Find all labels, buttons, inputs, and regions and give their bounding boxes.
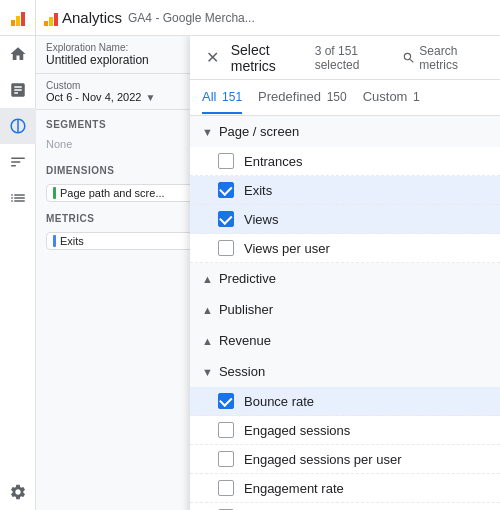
left-sidebar	[0, 0, 36, 510]
metric-views[interactable]: Views	[190, 205, 500, 234]
dimensions-label: DIMENSIONS	[46, 165, 114, 176]
close-button[interactable]: ✕	[202, 46, 223, 70]
overlay-header: ✕ Select metrics 3 of 151 selected Searc…	[190, 36, 500, 80]
metrics-label: METRICS	[46, 213, 95, 224]
metric-name-entrances: Entrances	[244, 154, 303, 169]
engaged-sessions-per-user-checkbox[interactable]	[218, 451, 234, 467]
search-label: Search metrics	[419, 44, 488, 72]
sidebar-settings-icon[interactable]	[0, 474, 36, 510]
selected-count: 3 of 151 selected	[315, 44, 394, 72]
metric-chip[interactable]: Exits	[46, 232, 210, 250]
category-label-session: Session	[219, 364, 265, 379]
property-name: GA4 - Google Mercha...	[128, 11, 255, 25]
bounce-rate-checkbox[interactable]	[218, 393, 234, 409]
metric-chip-label: Exits	[60, 235, 84, 247]
metrics-list: ▼ Page / screen Entrances Exits Views	[190, 116, 500, 510]
metric-name-engaged-sessions: Engaged sessions	[244, 423, 350, 438]
analytics-logo-icon	[11, 10, 25, 26]
date-value: Oct 6 - Nov 4, 2022 ▼	[46, 91, 210, 103]
sidebar-advertising-icon[interactable]	[0, 144, 36, 180]
chevron-right-icon: ▲	[202, 273, 213, 285]
metric-views-per-user[interactable]: Views per user	[190, 234, 500, 263]
search-icon	[402, 50, 416, 66]
dimension-chip[interactable]: Page path and scre...	[46, 184, 210, 202]
dimension-chip-bar	[53, 187, 56, 199]
metric-entrances[interactable]: Entrances	[190, 147, 500, 176]
app-logo	[0, 0, 36, 36]
engagement-rate-checkbox[interactable]	[218, 480, 234, 496]
topbar-logo: Analytics	[44, 9, 122, 26]
metric-name-views: Views	[244, 212, 278, 227]
date-label: Custom	[46, 80, 210, 91]
exploration-name-label: Exploration Name:	[46, 42, 210, 53]
category-label: Page / screen	[219, 124, 299, 139]
metric-name-views-per-user: Views per user	[244, 241, 330, 256]
sidebar-configure-icon[interactable]	[0, 180, 36, 216]
topbar: Analytics GA4 - Google Mercha...	[36, 0, 500, 36]
exits-checkbox[interactable]	[218, 182, 234, 198]
sidebar-explore-icon[interactable]	[0, 108, 36, 144]
dropdown-arrow-icon: ▼	[145, 92, 155, 103]
category-label-publisher: Publisher	[219, 302, 273, 317]
segments-label: SEGMENTS	[46, 119, 106, 130]
select-metrics-panel: ✕ Select metrics 3 of 151 selected Searc…	[190, 36, 500, 510]
metric-engaged-sessions-per-user[interactable]: Engaged sessions per user	[190, 445, 500, 474]
category-session[interactable]: ▼ Session	[190, 356, 500, 387]
tab-predefined[interactable]: Predefined 150	[258, 81, 347, 114]
sidebar-home-icon[interactable]	[0, 36, 36, 72]
dimension-chip-label: Page path and scre...	[60, 187, 165, 199]
search-area[interactable]: Search metrics	[402, 44, 488, 72]
app-title: Analytics	[62, 9, 122, 26]
metric-bounce-rate[interactable]: Bounce rate	[190, 387, 500, 416]
category-page-screen[interactable]: ▼ Page / screen	[190, 116, 500, 147]
metric-exits[interactable]: Exits	[190, 176, 500, 205]
tab-custom[interactable]: Custom 1	[363, 81, 420, 114]
topbar-analytics-icon	[44, 10, 58, 26]
category-predictive[interactable]: ▲ Predictive	[190, 263, 500, 294]
views-per-user-checkbox[interactable]	[218, 240, 234, 256]
chevron-down-icon-session: ▼	[202, 366, 213, 378]
engaged-sessions-checkbox[interactable]	[218, 422, 234, 438]
chevron-down-icon: ▼	[202, 126, 213, 138]
chevron-right-icon-publisher: ▲	[202, 304, 213, 316]
metric-name-engaged-sessions-per-user: Engaged sessions per user	[244, 452, 402, 467]
category-publisher[interactable]: ▲ Publisher	[190, 294, 500, 325]
sidebar-reports-icon[interactable]	[0, 72, 36, 108]
category-label-revenue: Revenue	[219, 333, 271, 348]
metric-name-exits: Exits	[244, 183, 272, 198]
category-label-predictive: Predictive	[219, 271, 276, 286]
metric-session-conversion-rate[interactable]: Session conversion rate	[190, 503, 500, 510]
main-area: Analytics GA4 - Google Mercha... Explora…	[36, 0, 500, 510]
metric-engagement-rate[interactable]: Engagement rate	[190, 474, 500, 503]
metric-name-engagement-rate: Engagement rate	[244, 481, 344, 496]
metric-engaged-sessions[interactable]: Engaged sessions	[190, 416, 500, 445]
views-checkbox[interactable]	[218, 211, 234, 227]
metric-name-bounce-rate: Bounce rate	[244, 394, 314, 409]
overlay-title: Select metrics	[231, 42, 307, 74]
exploration-name-value: Untitled exploration	[46, 53, 210, 67]
chevron-right-icon-revenue: ▲	[202, 335, 213, 347]
metrics-tabs: All 151 Predefined 150 Custom 1	[190, 80, 500, 116]
metric-chip-bar	[53, 235, 56, 247]
category-revenue[interactable]: ▲ Revenue	[190, 325, 500, 356]
tab-all[interactable]: All 151	[202, 81, 242, 114]
entrances-checkbox[interactable]	[218, 153, 234, 169]
